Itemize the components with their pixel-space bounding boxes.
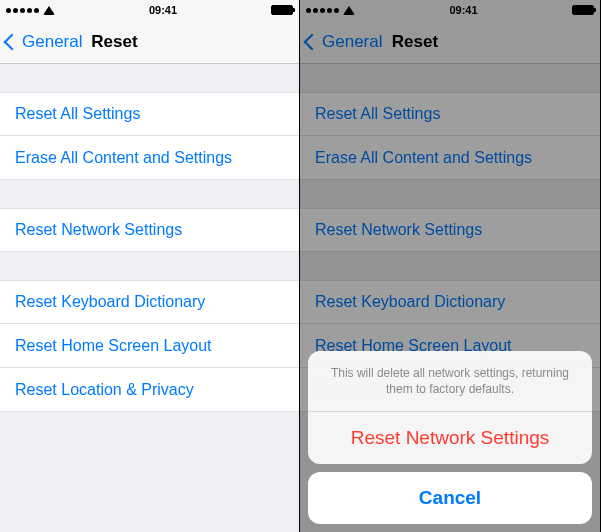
action-sheet-message: This will delete all network settings, r… xyxy=(308,351,592,412)
battery-icon xyxy=(271,5,293,15)
erase-all-content-cell[interactable]: Erase All Content and Settings xyxy=(0,136,299,180)
action-sheet-cancel-group: Cancel xyxy=(308,472,592,524)
cell-label: Reset Home Screen Layout xyxy=(15,337,212,355)
nav-bar: General Reset xyxy=(0,20,299,64)
back-button[interactable]: General xyxy=(6,32,82,52)
reset-home-screen-layout-cell[interactable]: Reset Home Screen Layout xyxy=(0,324,299,368)
button-label: Cancel xyxy=(419,487,481,509)
cell-label: Reset Location & Privacy xyxy=(15,381,194,399)
action-sheet: This will delete all network settings, r… xyxy=(308,351,592,524)
cancel-button[interactable]: Cancel xyxy=(308,472,592,524)
reset-network-settings-cell[interactable]: Reset Network Settings xyxy=(0,208,299,252)
reset-keyboard-dictionary-cell[interactable]: Reset Keyboard Dictionary xyxy=(0,280,299,324)
status-left xyxy=(6,6,55,15)
cell-label: Reset All Settings xyxy=(15,105,140,123)
reset-location-privacy-cell[interactable]: Reset Location & Privacy xyxy=(0,368,299,412)
button-label: Reset Network Settings xyxy=(351,427,550,449)
wifi-icon xyxy=(43,6,55,15)
cell-label: Reset Network Settings xyxy=(15,221,182,239)
cell-label: Reset Keyboard Dictionary xyxy=(15,293,205,311)
chevron-left-icon xyxy=(4,33,21,50)
screen-reset-settings-action-sheet: 09:41 General Reset Reset All Settings E… xyxy=(300,0,600,532)
reset-network-settings-confirm-button[interactable]: Reset Network Settings xyxy=(308,412,592,464)
action-sheet-main-group: This will delete all network settings, r… xyxy=(308,351,592,464)
status-time: 09:41 xyxy=(149,4,177,16)
status-bar: 09:41 xyxy=(0,0,299,20)
cell-label: Erase All Content and Settings xyxy=(15,149,232,167)
screen-reset-settings: 09:41 General Reset Reset All Settings E… xyxy=(0,0,300,532)
reset-all-settings-cell[interactable]: Reset All Settings xyxy=(0,92,299,136)
back-label: General xyxy=(22,32,82,52)
status-right xyxy=(271,5,293,15)
signal-dots-icon xyxy=(6,8,39,13)
